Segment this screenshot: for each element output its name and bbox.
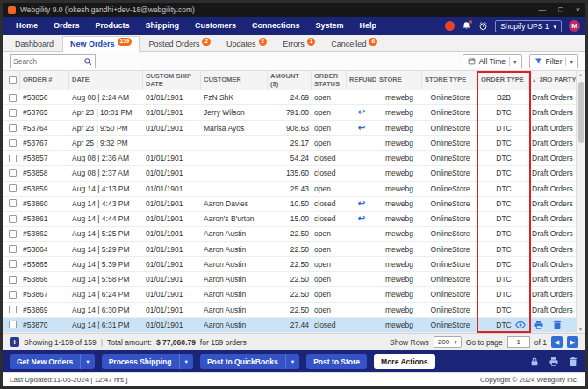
row-checkbox[interactable] — [9, 276, 17, 284]
select-all-checkbox[interactable] — [9, 76, 17, 84]
table-row[interactable]: #53764Apr 23 | 9:50 PM01/01/1901Marisa A… — [3, 121, 585, 136]
menu-item-help[interactable]: Help — [352, 17, 385, 35]
row-checkbox[interactable] — [9, 230, 17, 238]
row-checkbox[interactable] — [9, 94, 17, 102]
table-row[interactable]: #53856Aug 08 | 2:24 AM01/01/1901FzN ShK2… — [3, 90, 585, 105]
scrollbar-thumb[interactable] — [578, 82, 584, 143]
store-selector[interactable]: Shopify UPS 1 — [495, 20, 562, 32]
menu-item-connections[interactable]: Connections — [244, 17, 308, 35]
table-row[interactable]: #53867Aug 14 | 6:24 PM01/01/1901Aaron Au… — [3, 287, 585, 302]
delete-order-icon[interactable] — [552, 320, 563, 330]
menu-item-home[interactable]: Home — [8, 17, 46, 35]
tab-cancelled[interactable]: Cancelled6 — [324, 37, 384, 51]
row-checkbox[interactable] — [9, 109, 17, 117]
red-status-icon[interactable] — [445, 21, 455, 31]
order-rows: #53856Aug 08 | 2:24 AM01/01/1901FzN ShK2… — [3, 90, 585, 333]
column-header-order-status[interactable]: ORDER STATUS — [312, 71, 347, 90]
column-header-store-type[interactable]: STORE TYPE — [422, 71, 478, 90]
dropdown-caret-icon[interactable] — [179, 354, 193, 369]
table-row[interactable]: #53860Aug 14 | 4:43 PM01/01/1901Aaron Da… — [3, 197, 585, 212]
post-to-quickbooks-button[interactable]: Post to QuickBooks — [200, 354, 299, 369]
row-checkbox[interactable] — [9, 184, 17, 192]
table-row[interactable]: #53865Aug 14 | 5:39 PM01/01/1901Aaron Au… — [3, 257, 585, 272]
tab-dashboard[interactable]: Dashboard — [8, 37, 61, 51]
bell-icon[interactable] — [462, 21, 471, 31]
row-checkbox[interactable] — [9, 139, 17, 147]
total-amount-label: Total amount: — [107, 338, 152, 347]
menu-item-customers[interactable]: Customers — [187, 17, 244, 35]
table-row[interactable]: #53870Aug 14 | 6:31 PM01/01/1901Aaron Au… — [3, 318, 585, 333]
column-header-refund[interactable]: REFUND — [347, 71, 376, 90]
get-new-orders-button[interactable]: Get New Orders — [10, 354, 95, 369]
lock-icon[interactable] — [529, 357, 540, 367]
row-checkbox[interactable] — [9, 260, 17, 268]
column-header-date[interactable]: DATE — [69, 71, 143, 90]
row-checkbox[interactable] — [9, 291, 17, 299]
trash-icon[interactable] — [568, 357, 578, 367]
table-row[interactable]: #53858Aug 08 | 2:37 AM01/01/1901135.60cl… — [3, 166, 585, 181]
prev-page-button[interactable] — [551, 336, 563, 348]
table-row[interactable]: #53866Aug 14 | 5:58 PM01/01/1901Aaron Au… — [3, 272, 585, 287]
vertical-scrollbar[interactable] — [576, 71, 585, 333]
column-header-store[interactable]: STORE — [376, 71, 422, 90]
table-row[interactable]: #53861Aug 14 | 4:44 PM01/01/1901Aaron's … — [3, 212, 585, 227]
column-header-customer[interactable]: CUSTOMER — [201, 71, 268, 90]
search-icon[interactable] — [83, 57, 92, 66]
more-actions-button[interactable]: More Actions — [374, 354, 435, 369]
time-range-select[interactable]: All Time — [463, 54, 522, 68]
chevron-down-icon — [513, 57, 517, 66]
page-input[interactable]: 1 — [507, 336, 530, 348]
minimize-button[interactable]: — — [538, 5, 546, 14]
table-row[interactable]: #53765Apr 23 | 10:01 PM01/01/1901Jerry W… — [3, 105, 585, 120]
header-select-all[interactable] — [3, 71, 20, 90]
print-order-icon[interactable] — [534, 320, 544, 330]
next-page-button[interactable] — [567, 336, 578, 348]
process-shipping-button[interactable]: Process Shipping — [102, 354, 193, 369]
table-row[interactable]: #53862Aug 14 | 5:25 PM01/01/1901Aaron Au… — [3, 227, 585, 241]
row-checkbox[interactable] — [9, 169, 17, 177]
maximize-button[interactable]: □ — [558, 5, 563, 14]
cell-select — [3, 291, 20, 299]
search-input[interactable] — [13, 57, 82, 66]
user-avatar[interactable]: M — [569, 20, 580, 32]
show-rows-select[interactable]: 200 — [434, 336, 462, 348]
column-header-order[interactable]: ORDER # — [20, 71, 69, 90]
printer-icon[interactable] — [549, 357, 559, 367]
cell-store-type: OnlineStore — [422, 245, 478, 254]
table-row[interactable]: #53859Aug 14 | 4:13 PM01/01/190125.43ope… — [3, 182, 585, 197]
menu-item-orders[interactable]: Orders — [46, 17, 88, 35]
dropdown-caret-icon[interactable] — [80, 354, 94, 369]
tab-errors[interactable]: Errors1 — [276, 37, 322, 51]
row-checkbox[interactable] — [9, 199, 17, 207]
row-checkbox[interactable] — [9, 124, 17, 132]
column-header-custom-ship-date[interactable]: CUSTOM SHIP DATE — [143, 71, 201, 90]
menu-item-products[interactable]: Products — [88, 17, 138, 35]
table-row[interactable]: #53857Aug 08 | 2:36 AM01/01/190154.24clo… — [3, 151, 585, 166]
menu-item-system[interactable]: System — [308, 17, 352, 35]
row-checkbox[interactable] — [9, 306, 17, 313]
view-order-icon[interactable] — [515, 320, 526, 330]
menu-item-shipping[interactable]: Shipping — [138, 17, 188, 35]
row-checkbox[interactable] — [9, 321, 17, 328]
column-header-order-type[interactable]: ORDER TYPE — [478, 71, 529, 90]
tab-updates[interactable]: Updates2 — [219, 37, 274, 51]
cell-customer: Aaron Austin — [201, 290, 268, 299]
row-checkbox[interactable] — [9, 215, 17, 223]
dropdown-caret-icon[interactable] — [285, 354, 299, 369]
column-header-amount[interactable]: AMOUNT ($) — [268, 71, 312, 90]
row-checkbox[interactable] — [9, 245, 17, 253]
tab-posted-orders[interactable]: Posted Orders2 — [141, 37, 218, 51]
close-button[interactable]: × — [576, 5, 580, 14]
filter-select[interactable]: Filter — [529, 54, 578, 68]
table-row[interactable]: #53869Aug 14 | 6:30 PM01/01/1901Aaron Au… — [3, 303, 585, 318]
post-to-store-button[interactable]: Post to Store — [306, 354, 367, 369]
table-row[interactable]: #53864Aug 14 | 5:29 PM01/01/1901Aaron Au… — [3, 242, 585, 257]
cell-order-number: #53857 — [20, 154, 69, 162]
cell-order-status: open — [312, 229, 347, 238]
tab-new-orders[interactable]: New Orders159 — [62, 36, 140, 52]
table-row[interactable]: #53767Apr 25 | 9:32 PM29.17openmewebgOnl… — [3, 136, 585, 151]
search-box[interactable] — [10, 54, 96, 68]
tab-bar-items: DashboardNew Orders159Posted Orders2Upda… — [8, 36, 384, 51]
alarm-clock-icon[interactable] — [478, 21, 488, 31]
row-checkbox[interactable] — [9, 155, 17, 162]
